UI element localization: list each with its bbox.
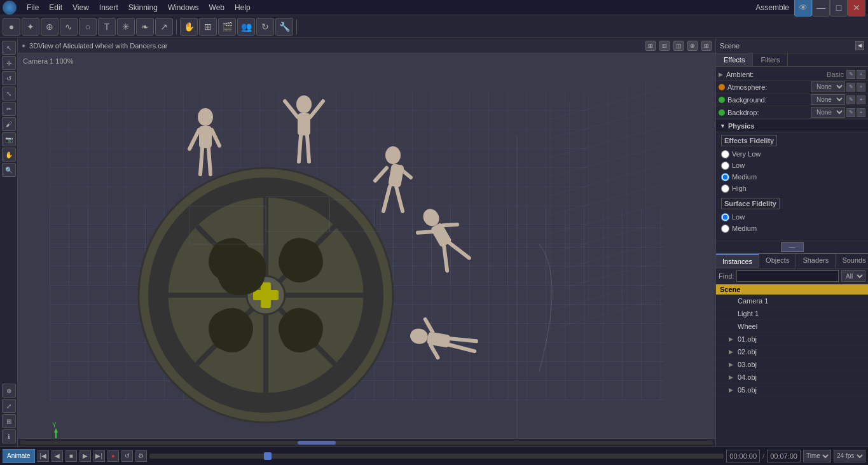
atmosphere-dropdown[interactable]: None [811,81,845,92]
tree-03obj[interactable]: ▶ 03.obj [716,358,868,371]
vp-btn-4[interactable]: ⊕ [687,41,698,51]
vp-btn-2[interactable]: ⊟ [659,41,670,51]
tree-05obj[interactable]: ▶ 05.obj [716,384,868,396]
tl-next-btn[interactable]: ▶| [93,450,105,462]
menu-help[interactable]: Help [230,2,256,13]
tree-camera1[interactable]: Camera 1 [716,295,868,307]
left-tool-zoom[interactable]: 🔍 [2,163,16,177]
minimize-btn[interactable]: — [812,0,830,17]
tl-record-btn[interactable]: ● [107,450,119,462]
tree-expand-arrow[interactable]: ▶ [729,387,736,393]
tool-rotate[interactable]: ↻ [256,18,274,36]
viewport[interactable]: Camera 1 100% [18,53,715,438]
menu-insert[interactable]: Insert [94,2,123,13]
tool-sphere[interactable]: ● [3,18,20,36]
menu-web[interactable]: Web [204,2,230,13]
tree-04obj[interactable]: ▶ 04.obj [716,371,868,384]
radio-very-low-input[interactable] [721,150,729,158]
physics-header[interactable]: ▼ Physics [716,120,868,132]
maximize-btn[interactable]: □ [830,0,848,17]
menu-edit[interactable]: Edit [44,2,67,13]
tree-expand-arrow[interactable]: ▶ [729,361,736,368]
tool-globe[interactable]: ⊕ [41,18,59,36]
menu-file[interactable]: File [22,2,44,13]
tool-hand[interactable]: ✋ [180,18,198,36]
background-edit-btn[interactable]: ✎ [846,95,855,104]
close-btn[interactable]: ✕ [848,0,865,17]
viewport-scrollthumb[interactable] [298,441,336,445]
tool-leaf[interactable]: ❧ [136,18,154,36]
left-tool-select[interactable]: ↖ [2,41,16,55]
atmosphere-edit-btn[interactable]: ✎ [846,83,855,92]
tl-prev-btn[interactable]: ◀ [52,450,63,462]
left-tool-expand[interactable]: ⤢ [2,399,16,413]
tool-wrench[interactable]: 🔧 [275,18,293,36]
radio-medium-input[interactable] [721,173,729,181]
tool-film[interactable]: 🎬 [218,18,236,36]
vp-btn-1[interactable]: ⊞ [645,41,656,51]
atmosphere-add-btn[interactable]: + [857,83,865,92]
background-dropdown[interactable]: None [811,94,845,105]
tool-people[interactable]: 👥 [237,18,255,36]
ambient-edit-btn[interactable]: ✎ [846,70,855,79]
menu-skinning[interactable]: Skinning [123,2,163,13]
tree-expand-arrow[interactable]: ▶ [729,349,736,355]
animate-button[interactable]: Animate [3,449,35,463]
tool-asterisk[interactable]: ✳ [117,18,135,36]
viewport-scrolltrack[interactable] [20,441,713,445]
tree-expand-arrow[interactable]: ▶ [729,374,736,380]
vp-btn-5[interactable]: ⊞ [701,41,712,51]
tool-arrow[interactable]: ↗ [155,18,173,36]
tab-shaders[interactable]: Shaders [796,254,836,268]
tool-circle[interactable]: ○ [79,18,97,36]
tree-light1[interactable]: Light 1 [716,307,868,320]
tool-select[interactable]: ✦ [22,18,39,36]
tool-wave[interactable]: ∿ [60,18,78,36]
left-tool-move[interactable]: ✛ [2,56,16,70]
left-tool-scale[interactable]: ⤡ [2,87,16,101]
radio-sf-medium-input[interactable] [721,225,729,233]
tab-effects[interactable]: Effects [716,53,753,66]
tab-instances[interactable]: Instances [716,254,759,268]
left-tool-move2[interactable]: ⊕ [2,384,16,398]
timeline-thumb[interactable] [264,452,272,460]
radio-sf-low-input[interactable] [721,213,729,221]
tl-loop-btn[interactable]: ↺ [121,450,133,462]
tree-01obj[interactable]: ▶ 01.obj [716,333,868,345]
backdrop-add-btn[interactable]: + [857,108,865,117]
time-mode-dropdown[interactable]: Time [803,450,831,462]
find-input[interactable] [736,270,839,282]
backdrop-edit-btn[interactable]: ✎ [846,108,855,117]
tl-options-btn[interactable]: ⚙ [135,450,147,462]
menu-view[interactable]: View [67,2,94,13]
ambient-add-btn[interactable]: + [857,70,865,79]
tab-filters[interactable]: Filters [753,53,788,66]
collapse-btn[interactable]: — [781,242,804,252]
tab-sounds[interactable]: Sounds [836,254,868,268]
timeline-track[interactable] [149,454,724,459]
tool-cursor[interactable]: ⊞ [199,18,217,36]
left-tool-layers[interactable]: ⊞ [2,414,16,428]
tl-stop-btn[interactable]: ■ [65,450,77,462]
backdrop-dropdown[interactable]: None [811,107,845,118]
preview-btn[interactable]: 👁 [794,0,812,17]
tool-text[interactable]: T [98,18,116,36]
radio-low-input[interactable] [721,162,729,170]
tl-play-btn[interactable]: ▶ [79,450,91,462]
left-tool-paint[interactable]: 🖌 [2,117,16,131]
tree-expand-arrow[interactable]: ▶ [729,336,736,342]
find-dropdown[interactable]: All [841,270,865,282]
background-add-btn[interactable]: + [857,95,865,104]
tl-rewind-btn[interactable]: |◀ [38,450,49,462]
menu-windows[interactable]: Windows [163,2,204,13]
left-tool-rotate[interactable]: ↺ [2,71,16,85]
left-tool-pen[interactable]: ✏ [2,102,16,116]
tab-objects[interactable]: Objects [759,254,796,268]
left-tool-camera[interactable]: 📷 [2,132,16,146]
tree-wheel[interactable]: Wheel [716,320,868,333]
fps-dropdown[interactable]: 24 fps [834,450,865,462]
tree-02obj[interactable]: ▶ 02.obj [716,345,868,358]
left-tool-hand2[interactable]: ✋ [2,148,16,162]
left-tool-info[interactable]: ℹ [2,429,16,443]
radio-high-input[interactable] [721,184,729,193]
